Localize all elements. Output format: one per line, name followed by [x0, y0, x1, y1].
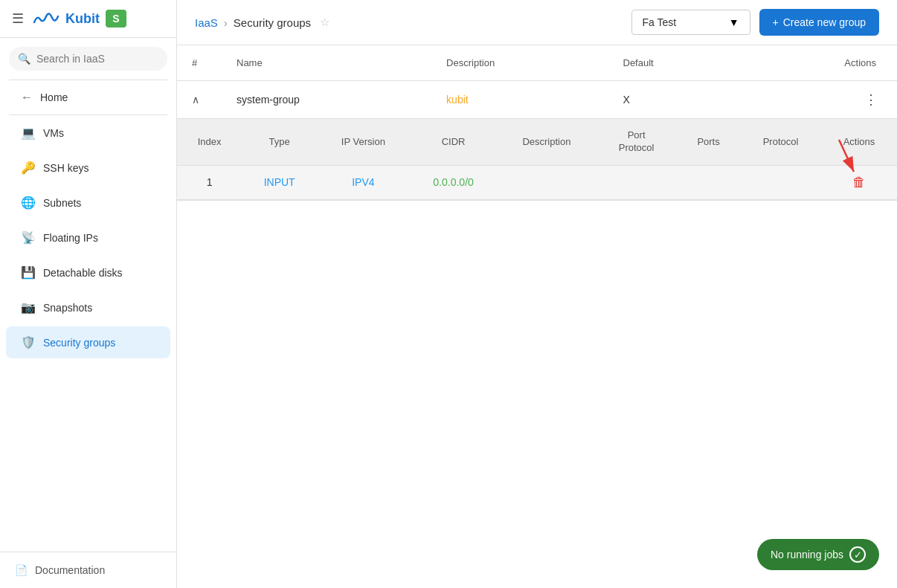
documentation-label: Documentation [35, 564, 105, 576]
rule-ip-version: IPV4 [317, 165, 409, 199]
content-area: # Name Description Default Actions [177, 45, 897, 588]
snapshots-icon: 📷 [21, 300, 36, 314]
rule-port-protocol [596, 165, 677, 199]
sidebar-item-home[interactable]: ← Home [6, 82, 170, 113]
table-header-row: # Name Description Default Actions [177, 45, 897, 81]
table-row: ∧ system-group kubit X ⋮ [177, 81, 897, 119]
sidebar-item-vms-label: VMs [43, 127, 64, 139]
sidebar-item-security-groups-label: Security groups [43, 337, 115, 349]
search-box[interactable]: 🔍 [9, 47, 167, 71]
sidebar-footer-documentation[interactable]: 📄 Documentation [0, 552, 176, 588]
rule-protocol [740, 165, 821, 199]
sidebar: ☰ Kubit S 🔍 ← Home 💻 VMs 🔑 SSH keys 🌐 Su… [0, 0, 177, 588]
sub-col-type: Type [242, 119, 317, 165]
col-actions: Actions [745, 45, 897, 81]
breadcrumb-current: Security groups [234, 16, 311, 29]
documentation-icon: 📄 [15, 564, 28, 576]
rule-type: INPUT [242, 165, 317, 199]
breadcrumb-parent[interactable]: IaaS [195, 16, 218, 29]
sub-col-description: Description [498, 119, 597, 165]
col-default: Default [608, 45, 745, 81]
row-name-cell: system-group [222, 81, 431, 119]
ssh-keys-icon: 🔑 [21, 161, 36, 175]
delete-rule-button[interactable]: 🗑 [852, 175, 866, 190]
sidebar-item-floating-ips-label: Floating IPs [43, 232, 98, 244]
security-groups-table: # Name Description Default Actions [177, 45, 897, 201]
security-groups-icon: 🛡️ [21, 335, 36, 349]
col-name: Name [222, 45, 431, 81]
topbar: IaaS › Security groups ☆ Fa Test ▼ + Cre… [177, 0, 897, 45]
sidebar-divider [9, 80, 167, 80]
sidebar-item-subnets[interactable]: 🌐 Subnets [6, 187, 170, 219]
vms-icon: 💻 [21, 126, 36, 140]
secondary-logo-icon: S [106, 10, 126, 28]
sidebar-item-home-label: Home [40, 91, 68, 103]
rule-cidr: 0.0.0.0/0 [410, 165, 498, 199]
sidebar-divider-2 [9, 114, 167, 115]
hamburger-icon[interactable]: ☰ [12, 10, 24, 27]
sub-col-index: Index [177, 119, 242, 165]
rule-index: 1 [177, 165, 242, 199]
expanded-cell: Index Type IP Version [177, 119, 897, 201]
sub-col-ports: Ports [677, 119, 740, 165]
app-name: Kubit [65, 11, 100, 27]
jobs-badge[interactable]: No running jobs ✓ [757, 539, 879, 570]
sub-col-protocol: Protocol [740, 119, 821, 165]
create-plus-icon: + [773, 16, 779, 28]
sidebar-item-snapshots[interactable]: 📷 Snapshots [6, 291, 170, 323]
default-value: X [623, 94, 630, 106]
tenant-selector[interactable]: Fa Test ▼ [631, 10, 750, 35]
main-content: IaaS › Security groups ☆ Fa Test ▼ + Cre… [177, 0, 897, 588]
kubit-logo-icon [33, 9, 60, 28]
favorite-icon[interactable]: ☆ [320, 16, 329, 29]
group-name: system-group [237, 94, 300, 106]
sidebar-item-floating-ips[interactable]: 📡 Floating IPs [6, 222, 170, 253]
sidebar-item-ssh-keys[interactable]: 🔑 SSH keys [6, 152, 170, 184]
sidebar-header: ☰ Kubit S [0, 0, 176, 38]
row-expand-cell: ∧ [177, 81, 222, 119]
sidebar-item-detachable-disks-label: Detachable disks [43, 267, 123, 279]
sub-col-actions: Actions [821, 119, 897, 165]
sidebar-item-ssh-keys-label: SSH keys [43, 162, 89, 174]
detachable-disks-icon: 💾 [21, 265, 36, 280]
expand-button[interactable]: ∧ [192, 94, 199, 106]
rule-row: 1 INPUT IPV4 [177, 165, 897, 199]
search-input[interactable] [36, 53, 158, 65]
floating-ips-icon: 📡 [21, 230, 36, 245]
row-description-cell: kubit [431, 81, 608, 119]
create-new-group-button[interactable]: + Create new group [759, 9, 879, 36]
group-description: kubit [446, 94, 469, 106]
search-icon: 🔍 [18, 53, 30, 65]
logo-area: Kubit S [33, 9, 126, 28]
home-arrow-icon: ← [21, 91, 33, 104]
row-actions-menu[interactable]: ⋮ [860, 91, 882, 109]
sidebar-item-vms[interactable]: 💻 VMs [6, 117, 170, 149]
row-default-cell: X [608, 81, 745, 119]
topbar-right: Fa Test ▼ + Create new group [631, 9, 879, 36]
sub-col-cidr: CIDR [410, 119, 498, 165]
sub-col-port-protocol: PortProtocol [596, 119, 677, 165]
col-description: Description [431, 45, 608, 81]
rule-ports [677, 165, 740, 199]
row-actions-cell: ⋮ [745, 81, 897, 119]
expanded-row: Index Type IP Version [177, 119, 897, 201]
rule-actions: 🗑 [821, 165, 897, 199]
subnets-icon: 🌐 [21, 196, 36, 210]
col-hash: # [177, 45, 222, 81]
sub-table-container: Index Type IP Version [177, 119, 897, 200]
jobs-badge-label: No running jobs [771, 549, 843, 560]
sidebar-item-detachable-disks[interactable]: 💾 Detachable disks [6, 256, 170, 288]
sidebar-item-snapshots-label: Snapshots [43, 302, 92, 314]
sidebar-item-security-groups[interactable]: 🛡️ Security groups [6, 326, 170, 358]
sidebar-item-subnets-label: Subnets [43, 197, 81, 209]
create-button-label: Create new group [783, 16, 866, 28]
jobs-check-icon: ✓ [849, 546, 866, 563]
tenant-name: Fa Test [643, 16, 677, 28]
tenant-dropdown-icon: ▼ [729, 16, 739, 28]
delete-cell: 🗑 [852, 175, 866, 190]
sub-col-ip-version: IP Version [317, 119, 409, 165]
rules-table: Index Type IP Version [177, 119, 897, 200]
rule-description [498, 165, 597, 199]
breadcrumb: IaaS › Security groups ☆ [195, 16, 329, 29]
sub-table-header-row: Index Type IP Version [177, 119, 897, 165]
